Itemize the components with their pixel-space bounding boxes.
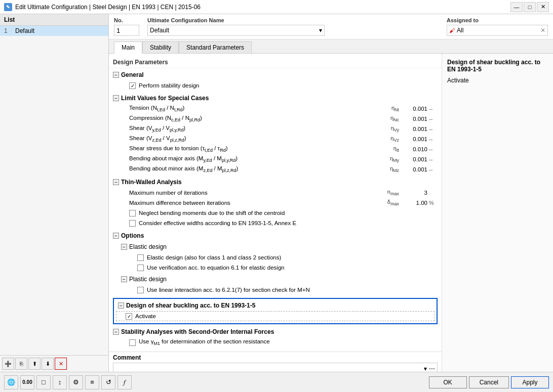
param-use-gamma: Use γM1 for determination of the section… bbox=[109, 337, 442, 347]
use-gamma-label: Use γM1 for determination of the section… bbox=[139, 338, 438, 346]
move-down-button[interactable]: ⬇ bbox=[42, 358, 54, 370]
tension-label: Tension (Nt,Ed / Nt,Rd) bbox=[129, 105, 382, 112]
assigned-field-group: Assigned to 🖌 All ✕ bbox=[447, 17, 548, 36]
use-verification-label: Use verification acc. to equation 6.1 fo… bbox=[147, 265, 438, 271]
bending-my-label: Bending about major axis (My,Ed / Mpl,y,… bbox=[129, 155, 382, 163]
compression-label: Compression (Nc,Ed / Npl,Rd) bbox=[129, 115, 382, 122]
param-max-diff: Maximum difference between iterations δm… bbox=[109, 198, 442, 208]
collapse-limit-icon[interactable]: − bbox=[113, 95, 119, 101]
compression-value: 0.001 bbox=[402, 116, 427, 122]
collapse-plastic-icon[interactable]: − bbox=[121, 276, 127, 282]
bending-mz-value: 0.001 bbox=[402, 166, 427, 172]
use-verification-checkbox[interactable] bbox=[137, 265, 144, 271]
comment-edit-icon[interactable]: ⋯ bbox=[429, 365, 435, 372]
comment-input[interactable] bbox=[115, 365, 424, 372]
max-iter-value: 3 bbox=[402, 190, 427, 196]
list-panel: List 1 Default ➕ ⎘ ⬆ ⬇ ✕ bbox=[0, 14, 109, 372]
neglect-bending-checkbox[interactable] bbox=[129, 210, 136, 216]
use-gamma-checkbox[interactable] bbox=[129, 339, 136, 346]
info-panel-title: Design of shear buckling acc. to EN 1993… bbox=[447, 59, 548, 73]
perform-stability-checkbox[interactable] bbox=[129, 82, 136, 89]
perform-stability-label: Perform stability design bbox=[139, 82, 438, 89]
filter-button[interactable]: 𝑓 bbox=[117, 375, 132, 389]
linear-interaction-checkbox[interactable] bbox=[137, 287, 144, 293]
max-diff-label: Maximum difference between iterations bbox=[129, 200, 382, 206]
param-neglect-bending: Neglect bending moments due to the shift… bbox=[109, 208, 442, 218]
list-item[interactable]: 1 Default bbox=[0, 26, 108, 36]
close-button[interactable]: ✕ bbox=[537, 2, 549, 12]
collapse-general-icon[interactable]: − bbox=[113, 72, 119, 78]
activate-label: Activate bbox=[135, 313, 430, 319]
bending-my-value: 0.001 bbox=[402, 156, 427, 162]
neglect-bending-label: Neglect bending moments due to the shift… bbox=[139, 210, 438, 216]
tab-stability[interactable]: Stability bbox=[142, 41, 179, 53]
collapse-options-icon[interactable]: − bbox=[113, 233, 119, 239]
refresh-button[interactable]: ↺ bbox=[101, 375, 115, 389]
assigned-dropdown[interactable]: 🖌 All ✕ bbox=[447, 25, 548, 36]
section-limit-title: Limit Values for Special Cases bbox=[121, 95, 209, 102]
ok-button[interactable]: OK bbox=[429, 376, 467, 388]
section-shear-buckling[interactable]: − Design of shear buckling acc. to EN 19… bbox=[114, 301, 437, 310]
activate-checkbox[interactable] bbox=[126, 313, 132, 320]
param-shear-vy: Shear (Vy,Ed / Vpl,y,Rd) ηVy 0.001 -- bbox=[109, 124, 442, 134]
name-label: Ultimate Configuration Name bbox=[147, 17, 325, 23]
param-bending-my: Bending about major axis (My,Ed / Mpl,y,… bbox=[109, 154, 442, 164]
copy-item-button[interactable]: ⎘ bbox=[15, 358, 27, 370]
shear-vy-label: Shear (Vy,Ed / Vpl,y,Rd) bbox=[129, 125, 382, 133]
no-input[interactable] bbox=[114, 25, 139, 36]
max-diff-symbol: δmax bbox=[382, 199, 402, 206]
tension-symbol: ηNt bbox=[382, 105, 402, 112]
tension-unit: -- bbox=[427, 106, 438, 112]
new-item-button[interactable]: ➕ bbox=[2, 358, 14, 370]
arrows-button[interactable]: ↕ bbox=[53, 375, 67, 389]
shear-vz-unit: -- bbox=[427, 136, 438, 142]
collapse-stability-analyses-icon[interactable]: − bbox=[113, 329, 119, 335]
comment-label: Comment bbox=[113, 354, 438, 361]
collapse-elastic-icon[interactable]: − bbox=[121, 244, 127, 250]
main-panel: No. Ultimate Configuration Name Default … bbox=[109, 14, 553, 372]
tab-main[interactable]: Main bbox=[114, 41, 142, 54]
collapse-shear-icon[interactable]: − bbox=[118, 302, 124, 309]
consider-effective-checkbox[interactable] bbox=[129, 220, 136, 227]
delete-button[interactable]: ✕ bbox=[55, 358, 67, 370]
section-limit-values[interactable]: − Limit Values for Special Cases bbox=[109, 94, 442, 103]
elastic-design-checkbox[interactable] bbox=[137, 254, 144, 261]
param-consider-effective: Consider effective widths according to E… bbox=[109, 218, 442, 228]
param-max-iterations: Maximum number of iterations nmax 3 bbox=[109, 188, 442, 198]
maximize-button[interactable]: □ bbox=[524, 2, 536, 12]
comment-dropdown-icon[interactable]: ▾ bbox=[424, 365, 427, 372]
name-field-group: Ultimate Configuration Name Default ▾ bbox=[147, 17, 325, 36]
section-thin-walled[interactable]: − Thin-Walled Analysis bbox=[109, 178, 442, 187]
window-controls: — □ ✕ bbox=[510, 2, 549, 12]
name-value: Default bbox=[150, 27, 169, 34]
shear-vy-unit: -- bbox=[427, 126, 438, 132]
minimize-button[interactable]: — bbox=[510, 2, 523, 12]
section-options[interactable]: − Options bbox=[109, 231, 442, 240]
window-title: Edit Ultimate Configuration | Steel Desi… bbox=[15, 4, 201, 11]
apply-button[interactable]: Apply bbox=[511, 376, 549, 388]
square-button[interactable]: □ bbox=[36, 375, 51, 389]
section-plastic[interactable]: − Plastic design bbox=[109, 275, 442, 284]
shear-vz-value: 0.001 bbox=[402, 136, 427, 142]
layers-button[interactable]: ≡ bbox=[85, 375, 99, 389]
comment-section: Comment ▾ ⋯ bbox=[109, 352, 442, 372]
no-field-group: No. bbox=[114, 17, 139, 36]
collapse-thin-icon[interactable]: − bbox=[113, 179, 119, 185]
section-elastic[interactable]: − Elastic design bbox=[109, 242, 442, 251]
cancel-button[interactable]: Cancel bbox=[469, 376, 509, 388]
globe-button[interactable]: 🌐 bbox=[4, 375, 18, 389]
section-stability-analyses[interactable]: − Stability Analyses with Second-Order I… bbox=[109, 327, 442, 336]
max-diff-value: 1.00 bbox=[402, 200, 427, 206]
tab-standard-params[interactable]: Standard Parameters bbox=[179, 41, 252, 53]
move-up-button[interactable]: ⬆ bbox=[28, 358, 41, 370]
max-iter-symbol: nmax bbox=[382, 189, 402, 196]
info-panel: Design of shear buckling acc. to EN 1993… bbox=[442, 54, 553, 372]
list-header: List bbox=[0, 14, 108, 26]
number-button[interactable]: 0.00 bbox=[20, 375, 34, 389]
name-dropdown[interactable]: Default ▾ bbox=[147, 25, 325, 36]
settings-button[interactable]: ⚙ bbox=[69, 375, 83, 389]
shear-torsion-label: Shear stress due to torsion (τt,Ed / τRd… bbox=[129, 145, 382, 153]
section-shear-buckling-title: Design of shear buckling acc. to EN 1993… bbox=[126, 302, 255, 309]
assigned-clear-icon[interactable]: ✕ bbox=[540, 27, 545, 34]
section-general[interactable]: − General bbox=[109, 70, 442, 79]
